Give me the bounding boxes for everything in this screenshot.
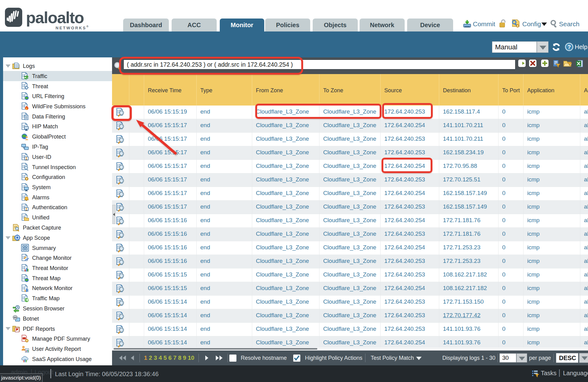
svg-text:?: ? bbox=[568, 44, 571, 50]
